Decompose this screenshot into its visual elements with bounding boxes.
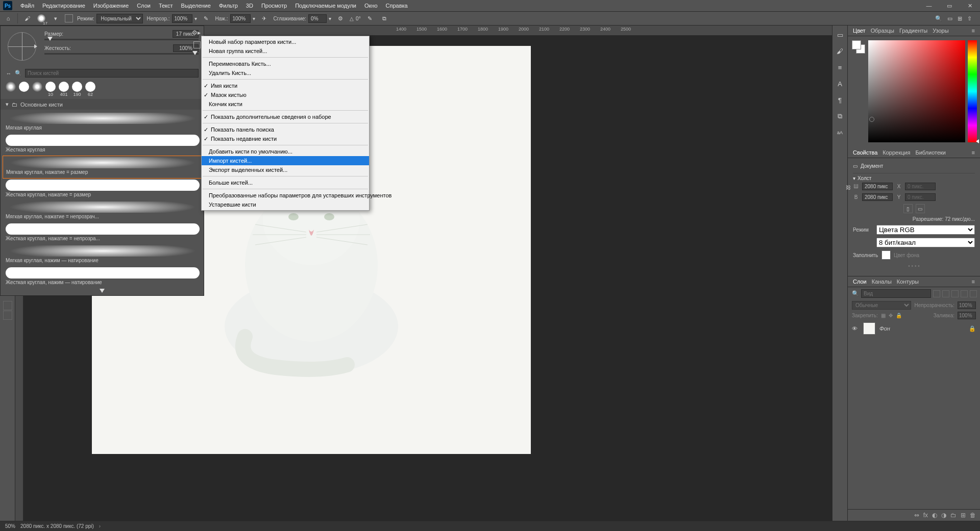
orient-landscape-icon[interactable]: ▭ (916, 204, 925, 213)
new-group-icon[interactable]: 🗀 (950, 512, 957, 519)
brush-thumbnail-slider[interactable] (1, 288, 204, 293)
brush-tip[interactable] (6, 82, 16, 97)
link-layers-icon[interactable]: ⇔ (914, 512, 919, 519)
brush-tip[interactable]: 10 (45, 82, 56, 97)
brush-search-input[interactable] (25, 69, 199, 78)
brush-item[interactable]: Мягкая круглая, нажатие = размер (3, 156, 202, 179)
panel-menu-icon[interactable]: ≡ (972, 28, 975, 34)
glyphs-icon[interactable]: ⧉ (835, 111, 845, 121)
blend-mode-select[interactable]: Обычные (852, 301, 911, 310)
symmetry-icon[interactable]: ⧉ (379, 13, 389, 23)
filter-pixel-icon[interactable] (933, 290, 940, 297)
tab-thumbnails2-icon[interactable] (3, 311, 12, 320)
more-props-icon[interactable]: • • • • (853, 261, 975, 271)
menu-item[interactable]: Удалить Кисть... (202, 68, 369, 78)
search-icon[interactable]: 🔍 (935, 15, 942, 22)
menu-filter[interactable]: Фильтр (215, 3, 242, 9)
tab-patterns[interactable]: Узоры (933, 28, 948, 34)
brushes-icon[interactable]: ▭ (835, 30, 845, 40)
tab-channels[interactable]: Каналы (872, 279, 892, 285)
visibility-icon[interactable]: 👁 (852, 325, 859, 332)
character-icon[interactable]: A (835, 79, 845, 89)
menu-3d[interactable]: 3D (242, 3, 257, 9)
menu-select[interactable]: Выделение (177, 3, 215, 9)
brush-tip[interactable] (19, 82, 29, 97)
brush-settings-icon[interactable]: 🖌 (835, 46, 845, 56)
tab-gradients[interactable]: Градиенты (899, 28, 927, 34)
tab-color[interactable]: Цвет (853, 28, 866, 34)
menu-plugins[interactable]: Подключаемые модули (291, 3, 360, 9)
document-dims[interactable]: 2080 пикс. x 2080 пикс. (72 ppi) (20, 523, 94, 529)
link-wh-icon[interactable]: ⛓ (846, 185, 851, 190)
delete-layer-icon[interactable]: 🗑 (970, 512, 976, 519)
layer-fill-input[interactable] (958, 312, 976, 319)
brush-tip[interactable]: 190 (72, 82, 82, 97)
panel-menu-icon[interactable]: ≡ (972, 279, 975, 285)
color-field[interactable] (868, 40, 965, 142)
brush-settings-toggle-icon[interactable]: ▾ (51, 13, 61, 23)
mode-select[interactable]: Нормальный (96, 14, 143, 23)
new-layer-icon[interactable]: ⊞ (961, 512, 966, 519)
layer-row[interactable]: 👁 Фон 🔒 (848, 320, 980, 337)
lock-pixels-icon[interactable]: ▦ (881, 313, 886, 318)
menu-item[interactable]: Преобразованные наборы параметров для ус… (202, 191, 369, 200)
bit-depth-select[interactable]: 8 бит/канал (876, 238, 975, 247)
opacity-input[interactable] (172, 14, 192, 23)
menu-item[interactable]: Переименовать Кисть... (202, 59, 369, 68)
brush-item[interactable]: Мягкая круглая (3, 112, 202, 134)
brush-hardness-slider[interactable] (44, 53, 199, 55)
layer-opacity-input[interactable] (958, 301, 976, 309)
chevron-down-icon[interactable]: ▾ (853, 175, 855, 181)
menu-file[interactable]: Файл (16, 3, 38, 9)
orient-portrait-icon[interactable]: ▯ (903, 204, 913, 213)
brush-tip[interactable]: 62 (85, 82, 95, 97)
menu-item[interactable]: Добавить кисти по умолчанию... (202, 147, 369, 156)
pressure-opacity-icon[interactable]: ✎ (201, 13, 211, 23)
tab-paths[interactable]: Контуры (897, 279, 919, 285)
layer-name[interactable]: Фон (879, 325, 890, 332)
menu-item[interactable]: Мазок кистью (202, 90, 369, 99)
paragraph-icon[interactable]: ¶ (835, 95, 845, 105)
panel-menu-icon[interactable]: ≡ (972, 149, 975, 156)
layer-style-icon[interactable]: fx (923, 512, 928, 519)
menu-text[interactable]: Текст (155, 3, 177, 9)
lock-all-icon[interactable]: 🔒 (896, 313, 902, 318)
layer-mask-icon[interactable]: ◐ (932, 512, 937, 519)
opacity-dropdown-icon[interactable]: ▾ (194, 16, 197, 21)
tab-thumbnails-icon[interactable] (3, 301, 12, 310)
brush-item[interactable]: Жесткая круглая, нажатие = размер (3, 179, 202, 200)
share-icon[interactable]: ⇧ (967, 15, 972, 22)
color-mode-select[interactable]: Цвета RGB (876, 225, 975, 235)
home-icon[interactable]: ⌂ (3, 13, 13, 23)
character-styles-icon[interactable]: aA (835, 128, 845, 138)
filter-text-icon[interactable] (951, 290, 959, 297)
menu-window[interactable]: Окно (360, 3, 382, 9)
adjustments-icon[interactable]: ≡ (835, 62, 845, 72)
menu-item[interactable]: Показать дополнительные сведения о набор… (202, 112, 369, 121)
menu-item[interactable]: Кончик кисти (202, 99, 369, 109)
menu-item[interactable]: Имя кисти (202, 81, 369, 90)
brush-tip[interactable] (32, 82, 42, 97)
brush-zoom-icon[interactable]: ↔ (6, 70, 12, 77)
tab-layers[interactable]: Слои (853, 279, 867, 285)
window-minimize-icon[interactable]: — (919, 0, 939, 11)
fill-swatch[interactable] (881, 250, 891, 260)
menu-item[interactable]: Показать недавние кисти (202, 134, 369, 143)
menu-item[interactable]: Новый набор параметров кисти... (202, 37, 369, 46)
window-close-icon[interactable]: ✕ (960, 0, 980, 11)
layer-filter-input[interactable] (861, 289, 931, 298)
menu-layers[interactable]: Слои (133, 3, 155, 9)
smoothing-dropdown-icon[interactable]: ▾ (329, 16, 331, 21)
smoothing-input[interactable] (308, 14, 327, 23)
arrange-icon[interactable]: ⊞ (958, 15, 962, 22)
menu-item[interactable]: Устаревшие кисти (202, 200, 369, 209)
filter-smart-icon[interactable] (970, 290, 977, 297)
brush-item[interactable]: Мягкая круглая, нажатие = непрозрач... (3, 200, 202, 222)
brush-angle-widget[interactable] (8, 32, 36, 61)
tab-swatches[interactable]: Образцы (871, 28, 894, 34)
menu-item[interactable]: Больше кистей... (202, 178, 369, 187)
zoom-level[interactable]: 50% (5, 523, 15, 529)
height-value[interactable]: 2080 пикс (862, 193, 893, 201)
hue-slider[interactable] (968, 40, 977, 142)
lock-icon[interactable]: 🔒 (969, 325, 976, 332)
